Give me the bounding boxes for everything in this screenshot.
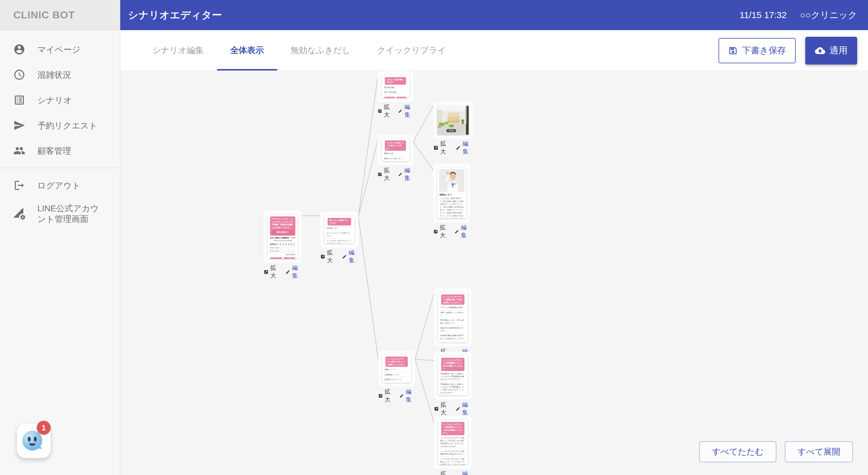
bubble-option[interactable]: 定期接種について — [384, 373, 409, 377]
expand-button[interactable]: 拡大 — [433, 140, 450, 156]
bubble-option[interactable]: インフルエンザワクチンの接種によって、インフルエンザを発症することはありますか? — [440, 457, 466, 465]
edit-button[interactable]: 編集 — [456, 401, 472, 416]
expand-button[interactable]: 拡大 — [378, 166, 393, 182]
tab-scenario-edit[interactable]: シナリオ編集 — [139, 30, 217, 70]
sidebar-item-customers[interactable]: 顧客管理 — [0, 138, 120, 163]
node-waiting-room-image[interactable]: 待合室 — [433, 102, 472, 139]
waiting-room-photo[interactable]: 待合室 — [437, 106, 465, 135]
sidebar-item-label: 顧客管理 — [37, 146, 71, 156]
edit-button[interactable]: 編集 — [398, 103, 413, 119]
bubble-option[interactable]: インフルエンザワクチンについて知りたいです。 — [326, 239, 352, 244]
edit-button[interactable]: 編集 — [456, 470, 472, 475]
today-hours-value: 09:00-12:00,14:00-19:30 — [270, 240, 296, 242]
tab-disabled-bubbles[interactable]: 無効なふきだし — [277, 30, 364, 70]
sidebar-nav: マイページ 混雑状況 シナリオ 予約リクエスト 顧客管理 — [0, 30, 120, 163]
scenario-flow-canvas[interactable]: デモアカウントです。こちらからAIチャットボットや予約機能、混雑状況の確認などが… — [120, 71, 868, 475]
edit-button[interactable]: 編集 — [342, 249, 358, 264]
node-concern[interactable]: 何についてお困りでしょうか? 頭が痛いです。クリニックについて知りたいです。イン… — [320, 212, 358, 248]
expand-button[interactable]: 拡大 — [264, 264, 280, 280]
bubble-option[interactable]: 予防接種法に基づく定期のインフルエンザ予防接種の対象はどのような人ですか? — [440, 372, 466, 382]
bubble-option[interactable]: 効果・有効性について知りたい。 — [440, 311, 466, 318]
expand-button[interactable]: 拡大 — [320, 249, 337, 264]
bubble-option[interactable]: クリニックについて知りたいです。 — [326, 231, 352, 239]
edit-button[interactable]: 編集 — [285, 264, 302, 280]
bubble-option[interactable]: いつ頃接種するのが良いですか? — [440, 341, 466, 342]
edit-button[interactable]: 編集 — [455, 224, 470, 239]
bubble-option[interactable]: 有効性が製造の過程で低下することはあるのでしょうか? — [440, 334, 466, 341]
bubble-header: インフルエンザワクチンの接種に関してQ&Aを選択してください。 — [441, 294, 464, 305]
top-header: シナリオエディター 11/15 17:32 ○○クリニック — [120, 0, 868, 30]
bubble-option[interactable]: 昨年接種したけど、今年も接種した方がいい? — [440, 318, 466, 326]
edit-button[interactable]: 編集 — [398, 166, 413, 182]
expand-button[interactable]: 拡大 — [434, 401, 450, 416]
bubble-header: インフルエンザワクチンの副反応などについてQ&Aを選択してください。 — [441, 422, 464, 435]
node-flu-qa[interactable]: インフルエンザワクチンの接種に関してQ&Aを選択してください。 ワクチンの接種回… — [434, 288, 472, 346]
cloud-upload-icon — [815, 45, 825, 56]
clock-icon — [13, 69, 25, 81]
expand-button[interactable]: 拡大 — [434, 470, 450, 475]
expand-icon — [320, 254, 325, 259]
sidebar-item-logout[interactable]: ログアウト — [0, 173, 120, 198]
phone-button[interactable]: お電話 — [284, 257, 296, 259]
tab-overview[interactable]: 全体表示 — [217, 30, 277, 70]
tab-quick-reply[interactable]: クイックリプライ — [364, 30, 459, 70]
sidebar-item-line-admin[interactable]: LINE公式アカウント管理画面 — [0, 198, 120, 229]
bubble-option[interactable]: ワクチンの接種回数は何回? — [440, 305, 466, 310]
sidebar-item-scenario[interactable]: シナリオ — [0, 87, 120, 113]
node-demo-account[interactable]: デモアカウントです。こちらからAIチャットボットや予約機能、混雑状況の確認などが… — [264, 210, 302, 263]
sidebar-item-congestion[interactable]: 混雑状況 — [0, 62, 120, 87]
collapse-all-button[interactable]: すべてたたむ — [699, 441, 776, 462]
draft-save-button[interactable]: 下書き保存 — [718, 38, 796, 63]
chat-support-widget[interactable]: 1 — [17, 424, 51, 458]
expand-icon — [378, 393, 383, 399]
bubble-option[interactable]: 副反応などについて — [384, 377, 409, 382]
photo-caption: 待合室 — [446, 129, 456, 132]
node-flu-periodic[interactable]: インフルエンザワクチンの定期接種についてQ&Aを選択してください。 予防接種法に… — [434, 352, 472, 399]
bubble-option[interactable]: 頭が痛いです。 — [326, 226, 352, 231]
expand-icon — [433, 145, 438, 151]
page-title: シナリオエディター — [128, 8, 222, 22]
node-director-greeting[interactable]: 院長あいさつ こんにちは。院長の田中です。私は地域に密着した医療を提供したいと考… — [433, 163, 470, 222]
restart-button[interactable]: 最初から — [396, 97, 407, 98]
bubble-option[interactable]: 接種について — [384, 368, 409, 372]
expand-button[interactable]: 拡大 — [433, 224, 449, 239]
sidebar-item-reservation-request[interactable]: 予約リクエスト — [0, 113, 120, 138]
expand-button[interactable]: 拡大 — [378, 388, 394, 404]
header-clinic-name: ○○クリニック — [800, 9, 857, 22]
bubble-option[interactable]: 頭全体が痛む — [383, 85, 407, 90]
edit-button[interactable]: 編集 — [456, 140, 472, 156]
carousel-next-card[interactable] — [466, 106, 469, 135]
bubble-option[interactable]: 乳幼児での有効性を教えてください。 — [440, 326, 466, 334]
node-flu-side-effects[interactable]: インフルエンザワクチンの副反応などについてQ&Aを選択してください。 インフルエ… — [434, 416, 472, 469]
expand-button[interactable]: 拡大 — [378, 103, 393, 119]
expand-icon — [378, 171, 382, 177]
node-flu-menu[interactable]: インフルエンザワクチンの気になることを選択してください。 接種について定期接種に… — [378, 351, 415, 387]
sidebar-item-mypage[interactable]: マイページ — [0, 37, 120, 62]
apply-button[interactable]: 適用 — [805, 37, 857, 64]
access-button[interactable]: アクセス — [270, 257, 282, 259]
table-row: 14:00~18:30○○○○×○× — [270, 250, 296, 253]
table-row: 09:00~12:00×○○○○○○ — [270, 246, 296, 250]
scenario-icon — [13, 94, 25, 106]
bubble-option[interactable]: インフルエンザワクチンの接種によって引き起こされる症状(副反応)とは、どのような… — [440, 436, 466, 449]
bubble-option[interactable]: インフルエンザワクチンの接種後の死亡例はありますか? — [440, 449, 466, 457]
bubble-option[interactable]: 院長からのごあいさつ — [383, 156, 407, 161]
start-consult-button[interactable]: 相談を開始する — [272, 230, 294, 234]
bubble-option[interactable]: 風景を見る — [383, 151, 407, 156]
edit-button[interactable]: 編集 — [399, 388, 415, 404]
node-clinic-question[interactable]: クリニックの何について知りたいですか? 風景を見る院長からのごあいさつ 一つ前に… — [378, 134, 413, 165]
bubble-option[interactable]: 予防接種法に基づく定期のインフルエンザ予防接種は、どこで受けられますか?いくらか… — [440, 382, 466, 395]
tab-bar: シナリオ編集 全体表示 無効なふきだし クイックリプライ 下書き保存 適用 — [120, 30, 868, 71]
pencil-icon — [398, 171, 403, 177]
expand-all-button[interactable]: すべて展開 — [785, 441, 853, 462]
sidebar-item-label: 予約リクエスト — [37, 120, 97, 131]
toolbar: 下書き保存 適用 — [718, 30, 857, 71]
back-button[interactable]: 一つ前に戻る — [384, 97, 395, 98]
sidebar-item-label: 混雑状況 — [37, 70, 71, 80]
node-headache[interactable]: どのように頭が痛いですか? 頭全体が痛む頭の一部が痛む 一つ前に戻る 最初から — [378, 71, 413, 102]
sidebar-item-label: LINE公式アカウント管理画面 — [37, 203, 107, 224]
expand-icon — [433, 229, 438, 234]
bubble-option[interactable]: 頭の一部が痛む — [383, 90, 407, 95]
director-photo — [439, 169, 464, 192]
sidebar-item-label: ログアウト — [37, 180, 81, 191]
